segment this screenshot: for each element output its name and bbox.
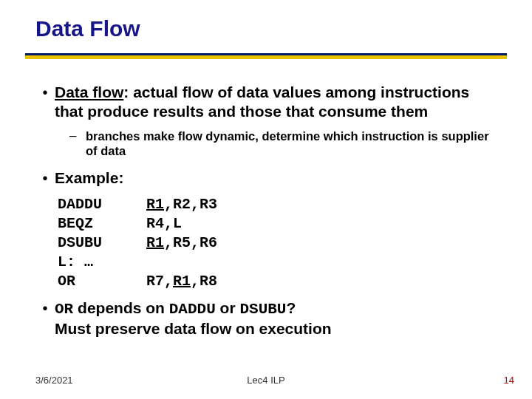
sub-bullet-branches: – branches make flow dynamic, determine … [69, 129, 494, 158]
code-row: BEQZ R4,L [58, 214, 494, 233]
code-row: DSUBU R1,R5,R6 [58, 233, 494, 253]
title-rule-gold [25, 55, 507, 59]
question-pre: depends on [73, 299, 169, 316]
code-args: R1,R2,R3 [146, 195, 217, 214]
slide: Data Flow • Data flow: actual flow of da… [0, 0, 532, 399]
slide-body: • Data flow: actual flow of data values … [35, 83, 494, 346]
bullet-dot-icon: • [35, 83, 55, 102]
definition-term: Data flow [55, 83, 123, 100]
bullet-dot-icon: • [35, 299, 55, 318]
question-line2: Must preserve data flow on execution [55, 320, 332, 337]
code-row: L: … [58, 253, 494, 272]
question-mid: or [216, 299, 240, 316]
bullet-example: • Example: [35, 168, 494, 188]
bullet-definition-text: Data flow: actual flow of data values am… [55, 83, 494, 121]
code-inline-or: OR [55, 301, 73, 318]
code-op: DSUBU [58, 233, 146, 253]
code-args: R4,L [146, 214, 182, 233]
footer-page-number: 14 [504, 375, 514, 386]
dash-icon: – [69, 129, 86, 143]
bullet-question-text: OR depends on DADDU or DSUBU? Must prese… [55, 299, 332, 338]
bullet-example-label: Example: [55, 168, 123, 188]
slide-title: Data Flow [35, 16, 140, 41]
code-inline-daddu: DADDU [169, 301, 216, 318]
bullet-question: • OR depends on DADDU or DSUBU? Must pre… [35, 299, 494, 338]
sub-bullet-text: branches make flow dynamic, determine wh… [86, 129, 494, 158]
code-row: DADDU R1,R2,R3 [58, 195, 494, 214]
bullet-dot-icon: • [35, 168, 55, 188]
code-args: R7,R1,R8 [146, 272, 217, 291]
code-op: DADDU [58, 195, 146, 214]
code-op: OR [58, 272, 146, 291]
code-row: OR R7,R1,R8 [58, 272, 494, 291]
question-q: ? [286, 299, 296, 316]
bullet-definition: • Data flow: actual flow of data values … [35, 83, 494, 121]
code-op: BEQZ [58, 214, 146, 233]
code-inline-dsubu: DSUBU [239, 301, 286, 318]
code-args: R1,R5,R6 [146, 233, 217, 253]
code-block: DADDU R1,R2,R3 BEQZ R4,L DSUBU R1,R5,R6 … [58, 195, 494, 291]
footer-lecture: Lec4 ILP [0, 375, 532, 386]
code-op: L: … [58, 253, 146, 272]
